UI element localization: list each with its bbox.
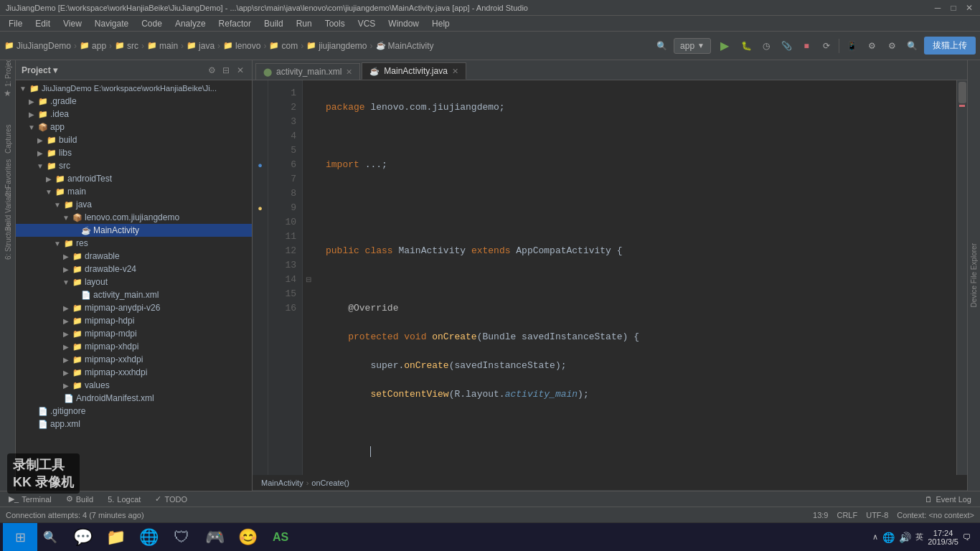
debug-button[interactable]: 🐛 — [738, 38, 754, 54]
taskbar-app-studio[interactable]: AS — [264, 523, 297, 552]
attach-debugger-button[interactable]: 📎 — [778, 38, 794, 54]
taskbar-volume-icon[interactable]: 🔊 — [899, 532, 911, 543]
stop-button[interactable]: ■ — [798, 38, 814, 54]
breadcrumb-com[interactable]: 📁 com — [269, 41, 298, 51]
close-panel-icon[interactable]: ✕ — [235, 65, 246, 76]
upload-button[interactable]: 拔猫上传 — [924, 37, 976, 55]
tree-item-activity-main-xml[interactable]: 📄 activity_main.xml — [16, 288, 252, 301]
menu-help[interactable]: Help — [426, 17, 456, 30]
project-icon[interactable]: 1: Project — [1, 65, 15, 79]
taskbar-arrow-icon[interactable]: ∧ — [872, 532, 878, 542]
tree-item-mipmap-mdpi[interactable]: ▶ 📁 mipmap-mdpi — [16, 327, 252, 340]
breadcrumb-jiujiangdemo2[interactable]: 📁 jiujiangdemo — [306, 41, 367, 51]
app-dropdown[interactable]: app ▼ — [674, 38, 711, 54]
favorites2-icon[interactable]: 2: Favorites — [1, 171, 15, 185]
breadcrumb-java[interactable]: 📁 java — [187, 41, 215, 51]
tree-item-values[interactable]: ▶ 📁 values — [16, 379, 252, 392]
tree-item-mipmap-xxxhdpi[interactable]: ▶ 📁 mipmap-xxxhdpi — [16, 366, 252, 379]
breadcrumb-mainactivity[interactable]: ☕ MainActivity — [376, 41, 434, 51]
menu-navigate[interactable]: Navigate — [89, 17, 134, 30]
tab-mainactivity-java[interactable]: ☕ MainActivity.java ✕ — [362, 62, 466, 80]
menu-view[interactable]: View — [57, 17, 88, 30]
tree-item-gitignore[interactable]: 📄 .gitignore — [16, 405, 252, 418]
build-variants-icon[interactable]: Build Variants — [1, 202, 15, 217]
structure-icon[interactable]: 6: Structure — [1, 234, 15, 248]
coverage-button[interactable]: ◷ — [758, 38, 774, 54]
tree-item-build[interactable]: ▶ 📁 build — [16, 133, 252, 146]
captures-icon[interactable]: Captures — [1, 132, 15, 146]
menu-vcs[interactable]: VCS — [352, 17, 382, 30]
breadcrumb-src[interactable]: 📁 src — [115, 41, 138, 51]
tree-item-libs[interactable]: ▶ 📁 libs — [16, 146, 252, 159]
menu-run[interactable]: Run — [291, 17, 318, 30]
breadcrumb-app[interactable]: 📁 app — [80, 41, 106, 51]
sync-button[interactable]: ⟳ — [819, 38, 834, 54]
tree-item-layout[interactable]: ▼ 📁 layout — [16, 276, 252, 288]
menu-analyze[interactable]: Analyze — [169, 17, 212, 30]
tree-item-mipmap-xxhdpi[interactable]: ▶ 📁 mipmap-xxhdpi — [16, 353, 252, 366]
taskbar-app-explorer[interactable]: 📁 — [99, 523, 132, 552]
taskbar-network-icon[interactable]: 🌐 — [882, 532, 895, 543]
menu-code[interactable]: Code — [136, 17, 168, 30]
tree-item-mipmap-hdpi[interactable]: ▶ 📁 mipmap-hdpi — [16, 314, 252, 327]
tree-item-app[interactable]: ▼ 📦 app — [16, 121, 252, 133]
bottom-tab-todo[interactable]: ✓ TODO — [152, 493, 190, 505]
tree-item-gradle[interactable]: ▶ 📁 .gradle — [16, 95, 252, 108]
taskbar-notification-icon[interactable]: 🗨 — [963, 532, 971, 542]
tab-close-java[interactable]: ✕ — [452, 67, 458, 76]
taskbar-app-chrome[interactable]: 🌐 — [132, 523, 165, 552]
gear-icon[interactable]: ⚙ — [206, 65, 217, 76]
menu-window[interactable]: Window — [382, 17, 425, 30]
avd-manager-icon[interactable]: 📱 — [844, 38, 859, 54]
favorites-icon[interactable]: ★ — [1, 86, 15, 100]
tree-item-androidmanifest[interactable]: 📄 AndroidManifest.xml — [16, 392, 252, 405]
tree-item-root[interactable]: ▼ 📁 JiuJiangDemo E:\workspace\workHanjia… — [16, 82, 252, 95]
tree-item-app-xml[interactable]: 📄 app.xml — [16, 418, 252, 430]
breadcrumb-jiujiangdemo[interactable]: 📁 JiuJiangDemo — [4, 41, 71, 51]
tree-item-androidtest[interactable]: ▶ 📁 androidTest — [16, 172, 252, 185]
breadcrumb-method-name[interactable]: onCreate() — [311, 479, 349, 487]
maximize-button[interactable]: □ — [948, 3, 958, 13]
minimize-button[interactable]: ─ — [933, 3, 943, 13]
menu-file[interactable]: File — [3, 17, 28, 30]
tree-item-mainactivity[interactable]: ☕ MainActivity — [16, 224, 252, 237]
taskbar-app-smile[interactable]: 😊 — [231, 523, 264, 552]
menu-edit[interactable]: Edit — [29, 17, 56, 30]
scrollbar[interactable] — [956, 80, 967, 475]
settings-icon[interactable]: ⚙ — [884, 38, 900, 54]
tree-item-res[interactable]: ▼ 📁 res — [16, 237, 252, 250]
taskbar-lang-icon[interactable]: 英 — [915, 532, 923, 542]
tree-item-drawable-v24[interactable]: ▶ 📁 drawable-v24 — [16, 263, 252, 276]
tree-item-drawable[interactable]: ▶ 📁 drawable — [16, 250, 252, 263]
bottom-tab-terminal[interactable]: ▶_ Terminal — [6, 493, 55, 505]
tree-item-package[interactable]: ▼ 📦 lenovo.com.jiujiangdemo — [16, 211, 252, 224]
tree-item-mipmap-xhdpi[interactable]: ▶ 📁 mipmap-xhdpi — [16, 340, 252, 353]
tree-item-java[interactable]: ▼ 📁 java — [16, 198, 252, 211]
search-icon[interactable]: 🔍 — [904, 38, 920, 54]
tab-close-xml[interactable]: ✕ — [346, 67, 352, 77]
fold-method-icon[interactable]: ⊟ — [303, 273, 314, 287]
breadcrumb-class-name[interactable]: MainActivity — [261, 479, 303, 487]
start-button[interactable]: ⊞ — [3, 523, 37, 552]
taskbar-app-chat[interactable]: 💬 — [66, 523, 99, 552]
tree-item-main[interactable]: ▼ 📁 main — [16, 185, 252, 198]
menu-refactor[interactable]: Refactor — [213, 17, 257, 30]
bottom-tab-logcat[interactable]: 5. Logcat — [105, 494, 143, 505]
bottom-tab-build[interactable]: ⚙ Build — [63, 493, 96, 505]
device-file-explorer-label[interactable]: Device File Explorer — [970, 239, 978, 311]
tree-item-mipmap-anydpi[interactable]: ▶ 📁 mipmap-anydpi-v26 — [16, 301, 252, 314]
tree-item-idea[interactable]: ▶ 📁 .idea — [16, 108, 252, 121]
tab-activity-main-xml[interactable]: ⬤ activity_main.xml ✕ — [255, 63, 360, 80]
run-button[interactable]: ▶ — [715, 38, 734, 54]
search-everywhere-icon[interactable]: 🔍 — [654, 38, 669, 54]
breadcrumb-main[interactable]: 📁 main — [147, 41, 178, 51]
search-button[interactable]: 🔍 — [37, 523, 63, 552]
taskbar-app-shield[interactable]: 🛡 — [165, 523, 198, 552]
menu-tools[interactable]: Tools — [319, 17, 351, 30]
breadcrumb-lenovo[interactable]: 📁 lenovo — [223, 41, 260, 51]
taskbar-app-game[interactable]: 🎮 — [198, 523, 231, 552]
code-content[interactable]: package lenovo.com.jiujiangdemo; import … — [314, 80, 956, 475]
bottom-tab-event-log[interactable]: 🗒 Event Log — [922, 494, 974, 505]
close-button[interactable]: ✕ — [964, 3, 974, 13]
collapse-icon[interactable]: ⊟ — [220, 65, 232, 76]
